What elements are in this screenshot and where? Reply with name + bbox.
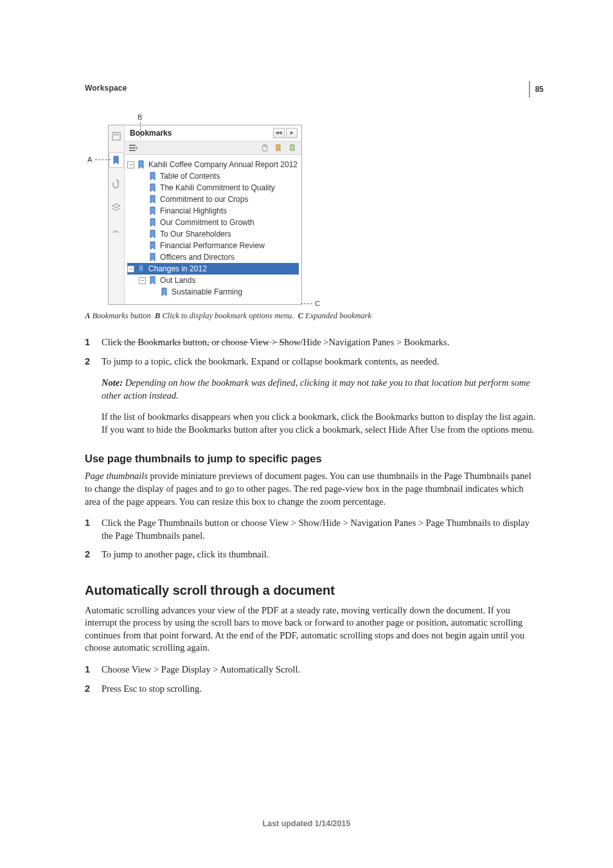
- panel-body: Bookmarks ◂◂ ▸: [125, 125, 301, 304]
- breadcrumb: Workspace: [85, 84, 537, 93]
- list-number: 1: [85, 517, 93, 542]
- footer-last-updated: Last updated 1/14/2015: [0, 819, 613, 828]
- bookmark-icon: [148, 183, 157, 192]
- bookmark-icon: [137, 160, 146, 169]
- bookmark-icon: [148, 253, 157, 262]
- nav-signatures-icon[interactable]: [109, 223, 123, 237]
- nav-layers-icon[interactable]: [109, 200, 123, 214]
- bookmark-icon: [160, 287, 169, 296]
- list-item: 1 Choose View > Page Display > Automatic…: [85, 664, 537, 676]
- note: Note: Depending on how the bookmark was …: [102, 377, 537, 402]
- collapse-icon[interactable]: −: [127, 161, 134, 168]
- page-number-wrap: 85: [529, 81, 544, 98]
- bookmark-label: The Kahili Commitment to Quality: [160, 183, 275, 192]
- bookmark-label: Sustainable Farming: [172, 287, 242, 296]
- svg-rect-3: [129, 147, 136, 149]
- collapse-icon[interactable]: −: [127, 266, 134, 273]
- bookmarks-panel: Bookmarks ◂◂ ▸: [108, 125, 302, 305]
- caption-text-b: Click to display bookmark options menu.: [163, 311, 294, 320]
- heading-thumbnails: Use page thumbnails to jump to specific …: [85, 453, 537, 465]
- caption-key-c: C: [298, 311, 303, 320]
- panel-collapse-button[interactable]: ◂◂: [273, 128, 285, 138]
- bookmark-label: Commitment to our Crops: [160, 195, 248, 204]
- new-bookmark-icon[interactable]: [274, 143, 283, 152]
- bookmark-row-selected[interactable]: − Changes in 2012: [127, 263, 299, 275]
- bookmark-row[interactable]: Financial Highlights: [139, 205, 299, 217]
- bookmark-label: Officers and Directors: [160, 253, 235, 262]
- panel-dashed-bottom: [108, 342, 301, 343]
- bookmark-row[interactable]: Our Commitment to Growth: [139, 217, 299, 228]
- bookmark-row[interactable]: The Kahili Commitment to Quality: [139, 182, 299, 194]
- delete-bookmark-icon[interactable]: [260, 143, 269, 152]
- bookmark-row[interactable]: Officers and Directors: [139, 251, 299, 263]
- ordered-list-2: 1 Click the Page Thumbnails button or ch…: [85, 517, 537, 561]
- bookmark-icon: [148, 172, 157, 181]
- nav-attachments-icon[interactable]: [109, 177, 123, 191]
- list-number: 2: [85, 683, 93, 696]
- bookmark-icon: [148, 230, 157, 239]
- list-number: 1: [85, 336, 93, 349]
- bookmark-children: Sustainable Farming: [150, 286, 299, 298]
- list-text: To jump to a topic, click the bookmark. …: [102, 356, 537, 368]
- paragraph: Automatic scrolling advances your view o…: [85, 604, 537, 655]
- svg-rect-1: [114, 134, 119, 136]
- find-bookmark-icon[interactable]: [289, 143, 298, 152]
- bookmark-label: Out Lands: [160, 276, 195, 285]
- ordered-list-3: 1 Choose View > Page Display > Automatic…: [85, 664, 537, 695]
- list-item: 1 Click the Page Thumbnails button or ch…: [85, 517, 537, 542]
- list-item: 2 To jump to a topic, click the bookmark…: [85, 356, 537, 368]
- list-text: Press Esc to stop scrolling.: [102, 683, 537, 696]
- svg-rect-0: [112, 132, 120, 140]
- figure-caption: A Bookmarks button B Click to display bo…: [85, 311, 537, 321]
- bookmark-children: Table of Contents The Kahili Commitment …: [139, 170, 299, 263]
- collapse-icon[interactable]: −: [139, 277, 146, 284]
- options-menu-icon[interactable]: [129, 143, 138, 152]
- run-in: Page thumbnails: [85, 471, 148, 481]
- bookmark-icon: [137, 264, 146, 273]
- page: 85 Workspace B A: [0, 0, 613, 868]
- list-text: Choose View > Page Display > Automatical…: [102, 664, 537, 676]
- bookmark-icon: [148, 241, 157, 250]
- bookmark-row[interactable]: Table of Contents: [139, 170, 299, 182]
- bookmark-label: Changes in 2012: [148, 264, 207, 273]
- panel-toolbar: [125, 141, 301, 155]
- caption-text-a: Bookmarks button: [92, 311, 150, 320]
- bookmark-row[interactable]: −Out Lands: [139, 275, 299, 286]
- list-text: To jump to another page, click its thumb…: [102, 548, 537, 561]
- paragraph-rest: provide miniature previews of document p…: [85, 471, 531, 506]
- list-number: 2: [85, 548, 93, 561]
- svg-rect-4: [129, 150, 136, 151]
- callout-line-c: [301, 303, 312, 304]
- bookmark-row[interactable]: Financial Performance Review: [139, 240, 299, 251]
- bookmark-label: To Our Shareholders: [160, 230, 231, 239]
- page-number: 85: [535, 85, 544, 94]
- ordered-list-1: 1 Click the Bookmarks button, or choose …: [85, 336, 537, 368]
- bookmark-row[interactable]: Commitment to our Crops: [139, 194, 299, 205]
- bookmark-label: Kahili Coffee Company Annual Report 2012: [148, 160, 298, 169]
- bookmark-label: Table of Contents: [160, 172, 220, 181]
- page-number-bar: [529, 81, 530, 98]
- bookmark-children: −Out Lands Sustainable Farming: [139, 275, 299, 298]
- nav-thumbnails-icon[interactable]: [109, 129, 123, 143]
- bookmark-row-root[interactable]: − Kahili Coffee Company Annual Report 20…: [127, 159, 299, 170]
- callout-label-a: A: [87, 156, 92, 163]
- bookmark-row[interactable]: To Our Shareholders: [139, 228, 299, 240]
- paragraph: If the list of bookmarks disappears when…: [102, 411, 537, 436]
- panel-header: Bookmarks ◂◂ ▸: [125, 125, 301, 141]
- nav-bookmarks-icon[interactable]: [109, 152, 124, 168]
- nav-rail: [109, 125, 125, 304]
- bookmark-icon: [148, 276, 157, 285]
- bookmark-label: Financial Performance Review: [160, 241, 265, 250]
- caption-key-a: A: [85, 311, 90, 320]
- caption-text-c: Expanded bookmark: [305, 311, 371, 320]
- figure-bookmarks-panel: B A: [87, 125, 306, 305]
- callout-label-b: B: [138, 113, 142, 121]
- callout-label-c: C: [315, 300, 320, 307]
- bookmark-row[interactable]: Sustainable Farming: [150, 286, 299, 298]
- panel-title: Bookmarks: [130, 129, 172, 138]
- bookmark-icon: [148, 218, 157, 227]
- bookmark-label: Our Commitment to Growth: [160, 218, 254, 227]
- list-number: 2: [85, 356, 93, 368]
- panel-close-button[interactable]: ▸: [286, 128, 298, 138]
- list-number: 1: [85, 664, 93, 676]
